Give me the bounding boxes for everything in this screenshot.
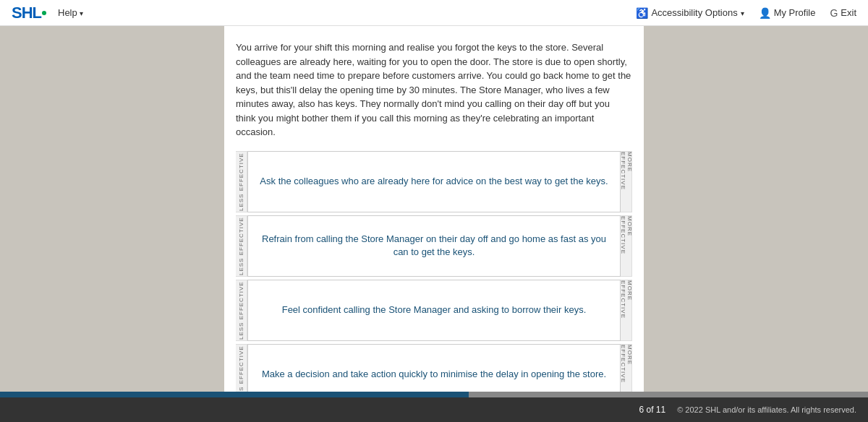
header: SHL Help ♿ Accessibility Options 👤 My Pr… [0,0,868,26]
option-row-2: LESS EFFECTIVE Refrain from calling the … [236,215,632,277]
content-panel: You arrive for your shift this morning a… [224,26,644,422]
option-3-box[interactable]: Feel confident calling the Store Manager… [247,280,621,341]
help-chevron-icon [80,7,83,18]
footer: 6 of 11 © 2022 SHL and/or its affiliates… [0,397,868,422]
exit-label: Exit [841,7,856,18]
logo-dot [42,11,46,15]
scenario-text: You arrive for your shift this morning a… [236,40,632,139]
accessibility-icon: ♿ [636,7,648,19]
exit-icon: G [830,7,838,19]
option-1-less-effective-label: LESS EFFECTIVE [236,151,247,212]
option-row-3: LESS EFFECTIVE Feel confident calling th… [236,280,632,341]
header-left: SHL Help [12,4,83,22]
help-button[interactable]: Help [58,7,83,18]
options-container: LESS EFFECTIVE Ask the colleagues who ar… [236,151,632,405]
progress-bar-container [0,392,868,397]
accessibility-chevron-icon [741,7,744,18]
option-3-more-effective-label: MORE EFFECTIVE [621,280,632,341]
header-right: ♿ Accessibility Options 👤 My Profile G E… [636,7,856,19]
footer-copyright: © 2022 SHL and/or its affiliates. All ri… [677,405,856,414]
exit-button[interactable]: G Exit [830,7,856,19]
option-2-text: Refrain from calling the Store Manager o… [260,233,608,259]
option-2-less-effective-label: LESS EFFECTIVE [236,215,247,277]
profile-icon: 👤 [759,7,771,19]
help-label: Help [58,7,77,18]
logo-text: SHL [12,4,41,22]
option-2-box[interactable]: Refrain from calling the Store Manager o… [247,215,621,277]
option-4-text: Make a decision and take action quickly … [262,368,606,381]
option-row-1: LESS EFFECTIVE Ask the colleagues who ar… [236,151,632,212]
option-1-more-effective-label: MORE EFFECTIVE [621,151,632,212]
option-3-less-effective-label: LESS EFFECTIVE [236,280,247,341]
option-1-box[interactable]: Ask the colleagues who are already here … [247,151,621,212]
shl-logo: SHL [12,4,46,22]
option-1-text: Ask the colleagues who are already here … [260,175,608,188]
profile-label: My Profile [774,7,816,18]
accessibility-label: Accessibility Options [651,7,737,18]
accessibility-options-button[interactable]: ♿ Accessibility Options [636,7,744,19]
progress-bar-fill [0,392,469,397]
option-2-more-effective-label: MORE EFFECTIVE [621,215,632,277]
main-content: You arrive for your shift this morning a… [0,26,868,422]
my-profile-button[interactable]: 👤 My Profile [759,7,816,19]
option-3-text: Feel confident calling the Store Manager… [282,303,587,316]
page-count: 6 of 11 [639,405,666,415]
